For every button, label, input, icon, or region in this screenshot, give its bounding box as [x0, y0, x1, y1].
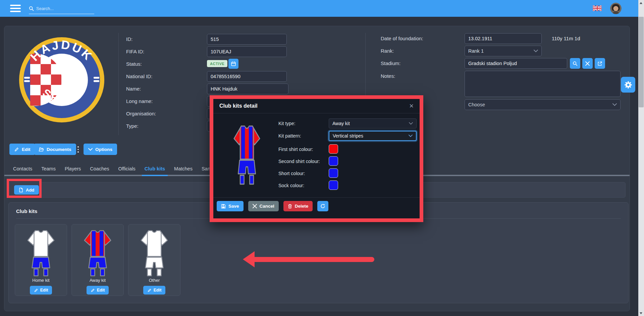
- choose-select[interactable]: Choose: [465, 99, 621, 110]
- stadium-search-button[interactable]: [570, 58, 580, 69]
- chevron-down-icon: [409, 135, 413, 137]
- club-logo: HAJDUK SPLIT: [16, 35, 107, 125]
- options-button[interactable]: Options: [84, 144, 117, 155]
- external-link-icon: [597, 61, 602, 66]
- long-name-label: Long name:: [126, 96, 153, 107]
- kit-pattern-select[interactable]: Vertical stripes: [329, 131, 417, 141]
- fifa-id-field[interactable]: [207, 46, 287, 57]
- refresh-button[interactable]: [317, 201, 328, 211]
- modal-header-divider: [213, 113, 420, 113]
- tab-matches[interactable]: Matches: [174, 166, 193, 175]
- second-shirt-colour-swatch[interactable]: [329, 156, 338, 166]
- pencil-icon: [34, 288, 38, 293]
- first-shirt-colour-swatch[interactable]: [329, 144, 338, 154]
- tab-teams[interactable]: Teams: [41, 166, 56, 175]
- second-shirt-colour-label: Second shirt colour:: [278, 156, 320, 166]
- kit-card-away: Away kit Edit: [71, 224, 124, 296]
- documents-button[interactable]: Documents: [34, 144, 76, 155]
- modal-footer: Save Cancel Delete: [213, 197, 420, 211]
- modal-header: Club kits detail ×: [213, 99, 420, 113]
- tab-club-kits[interactable]: Club kits: [145, 166, 165, 175]
- trash-icon: [288, 204, 292, 209]
- foundation-age: 110y 11m 1d: [552, 33, 580, 44]
- scroll-down-button[interactable]: [638, 310, 644, 316]
- sock-colour-label: Sock colour:: [278, 180, 304, 191]
- fifa-id-label: FIFA ID:: [126, 46, 144, 57]
- scroll-up-button[interactable]: [638, 0, 644, 6]
- edit-other-kit-button[interactable]: Edit: [143, 286, 166, 295]
- button-group-separator: [77, 146, 79, 153]
- national-id-field[interactable]: [207, 71, 287, 82]
- modal-kit-preview: [230, 122, 264, 185]
- foundation-label: Date of foundation:: [381, 33, 423, 44]
- language-flag-icon[interactable]: [593, 5, 602, 11]
- away-kit-graphic: [80, 228, 115, 276]
- notes-field[interactable]: [465, 71, 621, 97]
- tab-contacts[interactable]: Contacts: [13, 166, 32, 175]
- rank-label: Rank:: [381, 46, 394, 56]
- pencil-icon: [91, 288, 95, 293]
- status-label: Status:: [126, 59, 142, 69]
- kit-card-label: Away kit: [90, 278, 106, 283]
- annotation-box-modal: Club kits detail × Kit type: Away kit Ki…: [210, 95, 423, 222]
- organisation-label: Organisation:: [126, 108, 156, 119]
- page-scrollbar[interactable]: [638, 0, 644, 316]
- user-avatar[interactable]: [610, 3, 622, 14]
- foundation-field[interactable]: [465, 33, 542, 44]
- folder-open-icon: [39, 147, 44, 152]
- kit-card-list: Home kit Edit: [15, 224, 180, 296]
- kit-pattern-label: Kit pattern:: [278, 131, 301, 141]
- calendar-icon: [231, 61, 236, 66]
- pencil-icon: [147, 288, 152, 293]
- tab-officials[interactable]: Officials: [118, 166, 136, 175]
- annotation-arrow-shaft: [254, 257, 374, 262]
- annotation-arrow-head: [243, 251, 255, 267]
- global-search: [29, 3, 94, 14]
- id-field[interactable]: [207, 34, 287, 45]
- id-label: ID:: [126, 34, 132, 45]
- scrollbar-thumb[interactable]: [639, 17, 644, 107]
- kit-card-other: Other Edit: [128, 224, 180, 296]
- add-button[interactable]: Add: [14, 185, 39, 195]
- rank-select[interactable]: Rank 1: [465, 46, 542, 56]
- edit-away-kit-button[interactable]: Edit: [87, 286, 109, 295]
- save-button[interactable]: Save: [217, 201, 244, 211]
- column-divider: [118, 33, 119, 135]
- notes-label: Notes:: [381, 71, 395, 82]
- close-icon[interactable]: ×: [409, 102, 414, 110]
- chevron-down-icon: [409, 122, 413, 125]
- kit-card-label: Home kit: [32, 278, 49, 283]
- close-icon: [253, 204, 257, 208]
- edit-home-kit-button[interactable]: Edit: [30, 286, 52, 295]
- name-label: Name:: [126, 84, 141, 94]
- gear-icon: [624, 81, 633, 89]
- short-colour-swatch[interactable]: [329, 168, 338, 178]
- short-colour-label: Short colour:: [278, 168, 305, 178]
- first-shirt-colour-label: First shirt colour:: [278, 144, 313, 154]
- cancel-button[interactable]: Cancel: [248, 201, 279, 211]
- stadium-clear-button[interactable]: [582, 58, 593, 69]
- stadium-field[interactable]: [465, 58, 567, 69]
- kit-type-select[interactable]: Away kit: [329, 118, 417, 128]
- pencil-icon: [14, 147, 19, 152]
- search-input[interactable]: [36, 6, 90, 11]
- tab-coaches[interactable]: Coaches: [90, 166, 109, 175]
- stadium-label: Stadium:: [381, 58, 400, 69]
- tab-players[interactable]: Players: [65, 166, 81, 175]
- status-badge: ACTIVE: [207, 60, 227, 67]
- modal-title: Club kits detail: [219, 103, 258, 109]
- edit-button[interactable]: Edit: [9, 144, 35, 155]
- chevron-down-icon: [534, 50, 538, 52]
- menu-icon[interactable]: [10, 5, 21, 12]
- refresh-icon: [320, 204, 325, 209]
- settings-button[interactable]: [621, 77, 635, 93]
- status-calendar-button[interactable]: [228, 59, 238, 69]
- floppy-disk-icon: [221, 204, 226, 209]
- national-id-label: National ID:: [126, 71, 152, 82]
- kit-type-label: Kit type:: [278, 118, 296, 128]
- name-field[interactable]: [207, 84, 288, 94]
- stadium-open-button[interactable]: [595, 58, 605, 69]
- delete-button[interactable]: Delete: [283, 201, 313, 211]
- sock-colour-swatch[interactable]: [329, 180, 338, 190]
- file-icon: [19, 188, 23, 193]
